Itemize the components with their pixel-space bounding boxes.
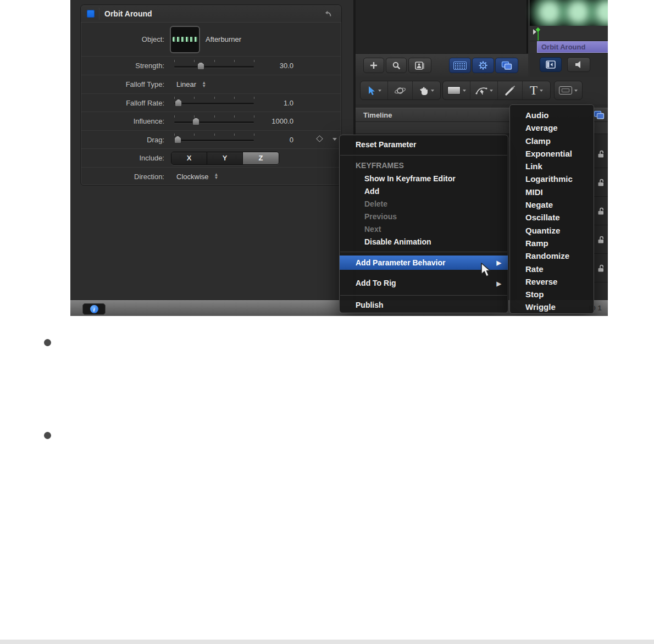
slider-thumb[interactable] <box>174 136 181 143</box>
layer-lock[interactable] <box>594 225 608 254</box>
info-button[interactable]: i <box>82 303 106 315</box>
mini-timeline-ruler <box>530 26 608 41</box>
playhead-icon[interactable] <box>533 27 545 41</box>
submenu-item-audio[interactable]: Audio <box>510 109 594 121</box>
submenu-item-negate[interactable]: Negate <box>510 198 594 211</box>
page-footer-strip <box>0 640 654 644</box>
include-y-button[interactable]: Y <box>207 152 243 164</box>
slider-tick <box>234 60 235 62</box>
show-behaviors-button[interactable] <box>472 58 494 73</box>
submenu-item-average[interactable]: Average <box>510 121 594 134</box>
menu-item-disable-animation[interactable]: Disable Animation <box>340 236 508 248</box>
add-button[interactable] <box>363 58 384 73</box>
slider-tick <box>194 60 195 62</box>
audio-controls-row <box>530 53 608 77</box>
falloff-rate-value[interactable]: 1.0 <box>240 99 293 107</box>
submenu-item-link[interactable]: Link <box>510 160 594 173</box>
speaker-icon <box>574 60 583 69</box>
slider-tick <box>214 115 215 118</box>
show-video-button[interactable] <box>495 58 518 73</box>
submenu-arrow-icon: ▶ <box>497 277 501 290</box>
behavior-bar[interactable]: Orbit Around <box>537 41 608 53</box>
influence-value[interactable]: 1000.0 <box>240 117 293 125</box>
drag-row: Drag: 0 <box>81 131 341 149</box>
layer-lock[interactable] <box>594 140 608 168</box>
slider-thumb[interactable] <box>192 118 199 125</box>
slider-thumb[interactable] <box>197 62 204 70</box>
camera-orbit-tool[interactable] <box>388 81 413 99</box>
tool-dropdown-arrow[interactable] <box>490 90 493 92</box>
canvas-preview <box>530 0 608 26</box>
pan-hand-tool[interactable] <box>413 81 440 99</box>
media-browser-button[interactable] <box>408 58 431 73</box>
rectangle-tool[interactable] <box>443 81 470 99</box>
strength-label: Strength: <box>81 62 170 70</box>
mask-rectangle-tool[interactable] <box>555 81 582 99</box>
animation-menu-arrow-icon[interactable] <box>332 138 337 141</box>
stepper-icon[interactable]: ▲▼ <box>214 173 219 180</box>
bezier-pen-tool[interactable] <box>470 81 498 99</box>
parameter-context-menu: Reset Parameter KEYFRAMES Show In Keyfra… <box>339 135 508 313</box>
submenu-item-rate[interactable]: Rate <box>510 263 594 275</box>
search-button[interactable] <box>386 58 407 73</box>
canvas-toolbar: T <box>356 77 608 104</box>
submenu-item-reverse[interactable]: Reverse <box>510 275 594 288</box>
rectangle-icon <box>447 86 461 95</box>
submenu-item-stop[interactable]: Stop <box>510 288 594 301</box>
select-transform-tool[interactable] <box>361 81 388 99</box>
submenu-item-wriggle[interactable]: Wriggle <box>510 301 594 313</box>
submenu-item-logarithmic[interactable]: Logarithmic <box>510 173 594 185</box>
orbit-icon <box>394 85 406 96</box>
text-tool[interactable]: T <box>523 81 550 99</box>
menu-item-delete: Delete <box>340 198 508 210</box>
menu-item-reset-parameter[interactable]: Reset Parameter <box>340 138 508 151</box>
hand-icon <box>419 85 429 96</box>
falloff-type-value[interactable]: Linear <box>176 80 196 88</box>
video-tracks-icon[interactable] <box>594 110 605 120</box>
transform-tool-group <box>360 81 441 100</box>
menu-item-publish[interactable]: Publish <box>340 299 508 312</box>
slider-tick <box>174 97 175 99</box>
paint-stroke-tool[interactable] <box>498 81 523 99</box>
layer-lock[interactable] <box>594 254 608 282</box>
direction-value[interactable]: Clockwise <box>176 173 209 181</box>
object-well[interactable] <box>170 26 200 53</box>
show-masks-button[interactable] <box>449 58 471 73</box>
tool-dropdown-arrow[interactable] <box>463 90 466 92</box>
menu-item-show-in-keyframe-editor[interactable]: Show In Keyframe Editor <box>340 173 508 185</box>
reset-undo-icon[interactable] <box>324 9 332 18</box>
slider-tick <box>194 97 195 99</box>
tab-timeline[interactable]: Timeline <box>363 111 392 119</box>
mute-button[interactable] <box>567 57 590 72</box>
keyframe-diamond-icon[interactable] <box>316 135 323 142</box>
drag-value[interactable]: 0 <box>240 136 293 144</box>
tool-dropdown-arrow[interactable] <box>574 90 578 92</box>
behavior-enable-checkbox[interactable] <box>87 10 95 18</box>
submenu-item-oscillate[interactable]: Oscillate <box>510 211 594 224</box>
layer-lock[interactable] <box>594 168 608 197</box>
submenu-item-randomize[interactable]: Randomize <box>510 249 594 262</box>
header-divider <box>99 8 99 20</box>
submenu-item-quantize[interactable]: Quantize <box>510 224 594 237</box>
panel-toggle-icon <box>546 60 556 69</box>
slider-thumb[interactable] <box>175 99 182 107</box>
strength-value[interactable]: 30.0 <box>240 62 293 70</box>
falloff-type-row: Falloff Type: Linear ▲▼ <box>81 75 341 94</box>
panel-toggle-button[interactable] <box>540 57 562 72</box>
include-x-button[interactable]: X <box>171 152 207 164</box>
layer-lock[interactable] <box>594 197 608 225</box>
submenu-item-exponential[interactable]: Exponential <box>510 147 594 160</box>
stepper-icon[interactable]: ▲▼ <box>202 81 206 88</box>
text-tool-glyph: T <box>530 85 537 96</box>
menu-item-add-to-rig[interactable]: Add To Rig ▶ <box>340 277 508 290</box>
submenu-item-clamp[interactable]: Clamp <box>510 135 594 147</box>
object-label: Object: <box>81 35 170 43</box>
tool-dropdown-arrow[interactable] <box>431 90 434 92</box>
submenu-item-ramp[interactable]: Ramp <box>510 237 594 249</box>
submenu-item-midi[interactable]: MIDI <box>510 186 594 198</box>
menu-item-add[interactable]: Add <box>340 185 508 198</box>
falloff-rate-row: Falloff Rate: 1.0 <box>81 94 341 112</box>
tool-dropdown-arrow[interactable] <box>540 90 543 92</box>
include-z-button[interactable]: Z <box>243 152 279 164</box>
tool-dropdown-arrow[interactable] <box>378 90 381 92</box>
